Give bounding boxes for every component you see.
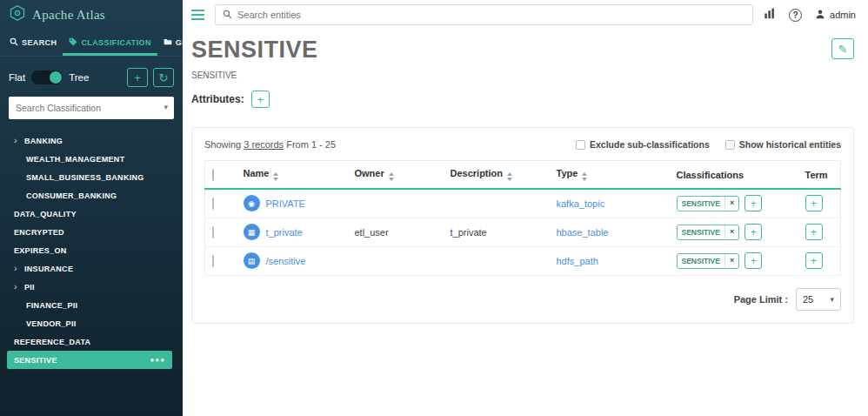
table-header-row: Name Owner Description Type Classificati… [205,161,841,190]
ellipsis-menu-icon[interactable]: ●●● [150,356,166,364]
tree-item-data-quality[interactable]: DATA_QUALITY [7,205,176,223]
classification-tree: ›BANKING WEALTH_MANAGEMENT SMALL_BUSINES… [0,130,183,369]
tree-label: Tree [69,72,89,83]
owner-cell [348,246,444,275]
column-header-term: Term [798,161,841,190]
entity-link[interactable]: /sensitive [266,256,306,266]
brand-title: Apache Atlas [32,8,105,23]
description-cell [444,189,550,218]
refresh-button[interactable]: ↻ [153,68,174,87]
tree-item-small-business-banking[interactable]: SMALL_BUSINESS_BANKING [7,168,176,186]
record-count-link[interactable]: 3 records [244,139,284,150]
type-link[interactable]: kafka_topic [557,198,605,209]
username: admin [830,10,856,20]
atlas-logo-icon [9,4,26,25]
tree-item-insurance[interactable]: ›INSURANCE [7,259,176,278]
statistics-icon[interactable] [764,7,776,23]
classification-search: ▾ [9,97,174,119]
hbase-table-icon: ▦ [244,224,260,240]
description-cell: t_private [444,218,550,246]
folder-icon [164,37,172,48]
entities-table: Name Owner Description Type Classificati… [204,160,841,276]
classification-chip: SENSITIVE× [677,225,740,240]
add-classification-button[interactable]: + [127,68,148,87]
add-term-button[interactable]: + [805,252,823,269]
tree-item-consumer-banking[interactable]: CONSUMER_BANKING [7,186,176,205]
add-classification-button[interactable]: + [744,252,762,269]
tree-item-finance-pii[interactable]: FINANCE_PII [7,296,176,314]
entity-link[interactable]: PRIVATE [266,198,305,209]
sort-icon[interactable] [389,172,394,181]
entity-link[interactable]: t_private [266,227,303,238]
kafka-topic-icon: ◉ [244,195,260,211]
type-link[interactable]: hbase_table [557,227,609,238]
tab-search[interactable]: SEARCH [3,30,63,56]
sort-icon[interactable] [507,172,512,181]
tree-item-encrypted[interactable]: ENCRYPTED [7,223,176,241]
page-limit-label: Page Limit : [734,294,788,305]
exclude-subclassifications-checkbox[interactable]: Exclude sub-classifications [576,139,710,150]
table-row: ◉PRIVATE kafka_topic SENSITIVE×+ + [205,189,841,218]
flat-tree-toggle[interactable] [31,70,63,84]
edit-button[interactable]: ✎ [831,38,854,59]
hdfs-path-icon: ▤ [244,252,260,269]
row-checkbox[interactable] [212,198,214,210]
tab-classification[interactable]: CLASSIFICATION [63,30,157,56]
column-header-owner[interactable]: Owner [348,161,444,190]
tree-item-pii[interactable]: ›PII [7,278,176,296]
flat-label: Flat [9,72,25,83]
tree-item-reference-data[interactable]: REFERENCE_DATA [7,332,176,351]
add-attribute-button[interactable]: + [251,91,270,108]
column-header-description[interactable]: Description [444,161,550,190]
tree-item-expires-on[interactable]: EXPIRES_ON [7,241,176,259]
page-subtitle: SENSITIVE [191,70,854,80]
sidebar-tabs: SEARCH CLASSIFICATION GLOSSARY [0,30,183,57]
content: SENSITIVE ✎ SENSITIVE Attributes: + Show… [183,30,868,416]
select-all-checkbox[interactable] [212,169,214,181]
results-summary: Showing 3 records From 1 - 25 [204,139,336,150]
tree-item-wealth-management[interactable]: WEALTH_MANAGEMENT [7,150,176,168]
table-row: ▤/sensitive hdfs_path SENSITIVE×+ + [205,246,841,275]
type-link[interactable]: hdfs_path [557,256,598,266]
sort-icon[interactable] [273,172,278,181]
tag-icon [69,37,77,48]
add-term-button[interactable]: + [805,195,823,211]
column-header-name[interactable]: Name [237,161,348,190]
user-icon [815,9,825,21]
remove-classification-icon[interactable]: × [724,254,738,267]
chevron-down-icon: ▾ [830,295,834,304]
page-limit-select[interactable]: 25 ▾ [796,288,841,311]
checkbox-icon[interactable] [576,140,585,150]
expand-caret-icon[interactable]: › [14,282,24,292]
classification-search-input[interactable] [9,97,174,119]
expand-caret-icon[interactable]: › [14,264,24,273]
row-checkbox[interactable] [212,255,214,267]
sort-icon[interactable] [582,172,587,181]
add-term-button[interactable]: + [805,224,823,240]
show-historical-checkbox[interactable]: Show historical entities [725,139,841,150]
brand: Apache Atlas [0,0,183,30]
remove-classification-icon[interactable]: × [724,225,738,238]
tree-item-banking[interactable]: ›BANKING [7,131,176,150]
add-classification-button[interactable]: + [744,195,762,211]
user-menu[interactable]: admin [815,9,856,21]
tree-item-vendor-pii[interactable]: VENDOR_PII [7,314,176,332]
hamburger-menu-icon[interactable] [191,10,204,20]
pencil-icon: ✎ [838,43,848,56]
classification-chip: SENSITIVE× [677,196,740,211]
help-icon[interactable]: ? [789,9,802,22]
chevron-down-icon[interactable]: ▾ [164,103,168,111]
tab-search-label: SEARCH [22,38,57,47]
results-card: Showing 3 records From 1 - 25 Exclude su… [191,127,854,324]
remove-classification-icon[interactable]: × [724,197,738,210]
expand-caret-icon[interactable]: › [14,136,24,145]
add-classification-button[interactable]: + [744,224,762,240]
page-title: SENSITIVE [191,37,318,64]
app-root: Apache Atlas SEARCH CLASSIFICATION GLOSS… [0,0,868,416]
global-search [215,4,753,25]
checkbox-icon[interactable] [725,140,735,150]
tree-item-sensitive[interactable]: SENSITIVE●●● [7,351,172,369]
column-header-type[interactable]: Type [550,161,670,190]
row-checkbox[interactable] [212,226,214,238]
global-search-input[interactable] [237,10,745,20]
